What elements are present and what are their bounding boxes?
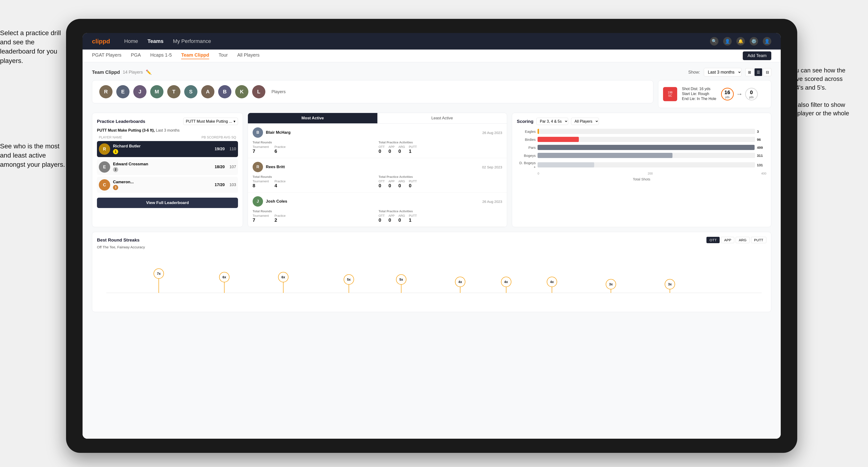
drill-dropdown[interactable]: PUTT Must Make Putting ... ▾ [183,118,238,125]
pa-ott-label-2: OTT [379,180,385,183]
player-avatar-8[interactable]: B [218,85,231,98]
player-avatar-1[interactable]: R [99,85,113,98]
annotation-top-left: Select a practice drill and see the lead… [0,28,66,65]
drill-dropdown-label: PUTT Must Make Putting ... [186,119,232,124]
pa-ott-val-1: 0 [379,149,385,154]
drill-name: PUTT Must Make Putting (3-6 ft), [97,128,155,132]
sub-nav-pgat[interactable]: PGAT Players [92,52,121,59]
streaks-app-btn[interactable]: APP [721,237,734,243]
drill-period: Last 3 months [156,128,180,132]
pa-putt-label-2: PUTT [409,180,417,183]
player-avatar-10[interactable]: L [252,85,266,98]
streak-badge-6: 4x [455,277,465,287]
lb-avatar-2: E [99,161,110,173]
player-avatar-5[interactable]: T [167,85,181,98]
pa-stats-1: Total Rounds Tournament 7 Practice 6 [253,141,502,154]
player-avatar-6[interactable]: S [184,85,197,98]
pa-avatar-2: R [253,162,263,172]
pa-tournament-label-2: Tournament [253,180,269,183]
scoring-x-axis: 0 200 400 [517,172,766,175]
show-period-select[interactable]: Last 3 months [704,68,742,76]
lb-player-3[interactable]: C Cameron... 3 17/20 103 [97,177,238,193]
pa-total-practice-label-3: Total Practice Activities [379,210,502,213]
pa-tournament-label-3: Tournament [253,214,269,217]
pa-total-rounds-label-3: Total Rounds [253,210,376,213]
player-avatar-9[interactable]: K [235,85,248,98]
lb-col-headers: PLAYER NAME PB SCORE PB AVG SQ [97,135,238,139]
player-avatar-2[interactable]: E [116,85,129,98]
sub-nav-pga[interactable]: PGA [131,52,141,59]
shot-right-unit: yds [749,96,753,99]
shot-info: Shot Dist: 16 yds Start Lie: Rough End L… [682,87,716,102]
nav-link-performance[interactable]: My Performance [173,38,211,44]
player-avatar-7[interactable]: A [201,85,214,98]
sub-nav-tour[interactable]: Tour [219,52,228,59]
sub-nav-team-clippd[interactable]: Team Clippd [181,52,209,59]
lb-player-1[interactable]: R Richard Butler 1 19/20 110 [97,141,238,157]
pa-app-label-3: APP [389,214,395,217]
nav-link-home[interactable]: Home [124,38,138,44]
lb-badge-3: 3 [113,185,118,190]
sub-nav-hcaps[interactable]: Hcaps 1-5 [150,52,172,59]
profile-icon[interactable]: 👤 [723,37,732,45]
detail-view-btn[interactable]: ⊟ [763,68,771,76]
pa-putt-val-2: 0 [409,183,417,188]
pars-label: Pars [517,146,536,150]
list-view-btn[interactable]: ☰ [754,68,762,76]
scoring-par-filter[interactable]: Par 3, 4 & 5s [536,118,568,125]
streaks-putt-btn[interactable]: PUTT [751,237,766,243]
pa-avatar-1: B [253,127,263,138]
team-header: Team Clippd 14 Players ✏️ Show: Last 3 m… [92,68,771,76]
pars-bar [537,145,754,150]
pa-practice-val-2: 4 [275,183,286,188]
player-avatar-3[interactable]: J [133,85,147,98]
scoring-bar-dbogeys: D. Bogeys + 131 [517,161,766,169]
scoring-player-filter[interactable]: All Players [571,118,599,125]
lb-avg-3: 103 [229,183,236,187]
pa-total-practice-label-2: Total Practice Activities [379,175,502,179]
streak-badge-2: 6x [219,272,229,282]
annotation-bottom-left: See who is the most and least active amo… [0,142,66,169]
search-icon[interactable]: 🔍 [710,37,718,45]
sub-nav-all-players[interactable]: All Players [237,52,259,59]
streak-badge-5: 5x [396,274,406,285]
user-avatar-icon[interactable]: 👤 [763,37,771,45]
streak-node-1: 7x [154,269,164,293]
streak-line-5 [401,285,401,293]
player-avatar-4[interactable]: M [150,85,163,98]
top-row: R E J M T S A B K L Players 198 SC [92,80,771,108]
lb-name-1: Richard Butler [113,144,210,149]
shot-red-box: 198 SC [663,87,677,101]
scoring-bars: Eagles 3 Birdies 96 [517,129,766,169]
edit-team-icon[interactable]: ✏️ [146,69,152,75]
streak-line-4 [349,285,349,293]
pa-arg-val-1: 0 [398,149,405,154]
most-active-tab[interactable]: Most Active [248,113,377,123]
lb-player-2[interactable]: E Edward Crossman 2 18/20 107 [97,159,238,175]
shot-number: 198 [668,91,673,94]
shot-left-circle: 16 yds [721,88,734,100]
add-team-button[interactable]: Add Team [743,52,771,60]
dbogeys-val: 131 [757,163,766,167]
lb-avg-1: 110 [229,147,236,151]
birdies-bar-container [537,137,755,142]
view-leaderboard-button[interactable]: View Full Leaderboard [97,198,238,208]
leaderboard-header: Practice Leaderboards PUTT Must Make Put… [97,118,238,125]
leaderboard-title: Practice Leaderboards [97,119,145,124]
streak-badge-4: 5x [344,274,354,285]
streaks-arg-btn[interactable]: ARG [736,237,750,243]
streaks-ott-btn[interactable]: OTT [706,237,720,243]
grid-view-btn[interactable]: ⊞ [745,68,753,76]
streak-node-2: 6x [219,272,229,293]
total-shots-label: Total Shots [517,177,766,181]
settings-icon[interactable]: ⚙️ [750,37,758,45]
bell-icon[interactable]: 🔔 [736,37,745,45]
pa-app-val-3: 0 [389,217,395,223]
pa-practice-val-1: 6 [275,149,286,154]
players-row: R E J M T S A B K L Players [92,80,653,103]
shot-start-lie: Start Lie: Rough [682,92,716,96]
nav-link-teams[interactable]: Teams [148,38,163,44]
streak-badge-1: 7x [154,269,164,279]
streak-line-10 [670,289,670,293]
least-active-tab[interactable]: Least Active [377,113,507,123]
